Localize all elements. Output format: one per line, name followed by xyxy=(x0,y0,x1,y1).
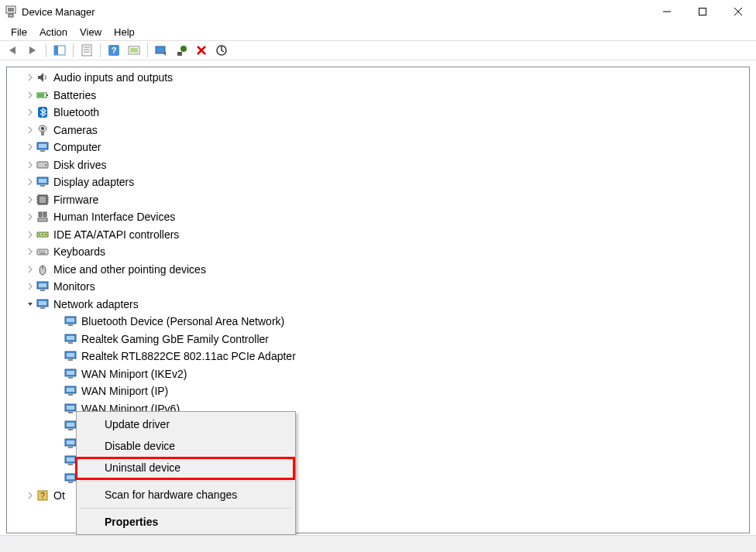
context-properties[interactable]: Properties xyxy=(78,511,294,533)
tree-node[interactable]: Monitors xyxy=(7,278,749,296)
svg-rect-85 xyxy=(67,423,74,427)
context-separator xyxy=(80,481,292,482)
show-hide-console-button[interactable] xyxy=(50,42,69,59)
tree-node[interactable]: Human Interface Devices xyxy=(7,208,749,226)
toolbar-separator xyxy=(147,43,148,57)
context-disable-device[interactable]: Disable device xyxy=(78,435,294,457)
svg-point-34 xyxy=(45,164,46,166)
scan-hardware-button[interactable] xyxy=(125,42,143,59)
properties-button[interactable] xyxy=(77,42,96,59)
menubar: File Action View Help xyxy=(0,23,756,40)
tree-node-label: WAN Miniport (IKEv2) xyxy=(81,368,187,380)
svg-rect-56 xyxy=(43,251,45,252)
tree-node[interactable]: Mice and other pointing devices xyxy=(7,261,749,279)
svg-rect-32 xyxy=(40,150,45,152)
svg-rect-54 xyxy=(39,251,40,252)
tree-child-node[interactable]: WAN Miniport (IKEv2) xyxy=(7,365,749,383)
context-uninstall-device[interactable]: Uninstall device xyxy=(78,457,294,478)
chevron-right-icon[interactable] xyxy=(26,282,35,291)
svg-rect-24 xyxy=(46,94,48,96)
svg-rect-73 xyxy=(67,353,74,357)
tree-node[interactable]: Keyboards xyxy=(7,243,749,261)
tree-node-label: Realtek Gaming GbE Family Controller xyxy=(81,333,269,345)
chevron-right-icon[interactable] xyxy=(26,230,35,239)
svg-rect-47 xyxy=(43,212,46,217)
back-button[interactable] xyxy=(3,42,22,59)
chevron-right-icon[interactable] xyxy=(26,212,35,221)
chevron-right-icon[interactable] xyxy=(26,247,35,256)
chevron-right-icon[interactable] xyxy=(26,108,35,117)
update-driver-button[interactable] xyxy=(152,42,170,59)
svg-rect-95 xyxy=(68,482,73,483)
svg-point-52 xyxy=(45,234,46,235)
svg-rect-17 xyxy=(156,46,165,53)
svg-rect-86 xyxy=(68,429,73,430)
forward-button[interactable] xyxy=(23,42,42,59)
svg-rect-77 xyxy=(68,377,73,379)
svg-rect-46 xyxy=(39,212,42,217)
tree-node[interactable]: Cameras xyxy=(7,122,749,139)
close-button[interactable] xyxy=(720,0,756,23)
tree-node[interactable]: Disk drives xyxy=(7,156,749,174)
network-adapter-icon xyxy=(64,437,77,450)
tree-node[interactable]: Firmware xyxy=(7,191,749,209)
maximize-button[interactable] xyxy=(685,0,720,23)
context-update-driver[interactable]: Update driver xyxy=(78,413,294,435)
svg-rect-9 xyxy=(82,45,91,56)
tree-node[interactable]: Audio inputs and outputs xyxy=(7,69,749,87)
titlebar: Device Manager xyxy=(0,0,756,23)
chevron-right-icon[interactable] xyxy=(26,177,35,187)
chevron-right-icon[interactable] xyxy=(26,125,35,135)
network-adapter-icon xyxy=(64,454,77,467)
chevron-right-icon[interactable] xyxy=(26,73,35,82)
tree-node-label: IDE ATA/ATAPI controllers xyxy=(53,228,179,241)
tree-node[interactable]: Batteries xyxy=(7,87,749,105)
svg-rect-71 xyxy=(68,342,73,344)
network-adapter-icon xyxy=(64,420,77,432)
hid-icon xyxy=(36,211,49,223)
tree-node-label: Mice and other pointing devices xyxy=(53,263,206,276)
uninstall-button[interactable] xyxy=(172,42,191,59)
svg-rect-18 xyxy=(177,52,182,56)
minimize-button[interactable] xyxy=(649,0,685,23)
network-adapter-icon xyxy=(64,385,77,397)
tree-node[interactable]: Bluetooth xyxy=(7,104,749,122)
tree-child-node[interactable]: Realtek Gaming GbE Family Controller xyxy=(7,331,749,348)
tree-node[interactable]: Display adapters xyxy=(7,173,749,191)
svg-rect-48 xyxy=(38,218,47,221)
tree-node-label: Realtek RTL8822CE 802.11ac PCIe Adapter xyxy=(81,350,296,362)
tree-node[interactable]: Computer xyxy=(7,139,749,156)
tree-node-label: Audio inputs and outputs xyxy=(53,71,173,84)
chevron-right-icon[interactable] xyxy=(26,491,35,500)
menu-help[interactable]: Help xyxy=(108,25,141,39)
disable-button[interactable] xyxy=(192,42,211,59)
chevron-right-icon[interactable] xyxy=(26,160,35,170)
tree-child-node[interactable]: Realtek RTL8822CE 802.11ac PCIe Adapter xyxy=(7,348,749,365)
help-button[interactable]: ? xyxy=(105,42,123,59)
chevron-right-icon[interactable] xyxy=(26,265,35,274)
enable-button[interactable] xyxy=(212,42,231,59)
tree-child-node[interactable]: WAN Miniport (IP) xyxy=(7,382,749,400)
menu-view[interactable]: View xyxy=(74,25,108,39)
battery-icon xyxy=(36,89,49,101)
tree-node[interactable]: Network adapters xyxy=(7,296,749,314)
chevron-down-icon[interactable] xyxy=(26,300,35,309)
context-scan-hardware[interactable]: Scan for hardware changes xyxy=(78,484,294,506)
tree-node-label: Firmware xyxy=(53,194,98,206)
disk-icon xyxy=(36,159,49,171)
svg-rect-55 xyxy=(41,251,43,252)
svg-point-51 xyxy=(42,234,43,235)
svg-point-19 xyxy=(180,46,187,52)
svg-rect-57 xyxy=(40,253,46,255)
tree-child-node[interactable]: Bluetooth Device (Personal Area Network) xyxy=(7,313,749,331)
chevron-right-icon[interactable] xyxy=(26,195,35,204)
toolbar-separator xyxy=(73,43,74,57)
svg-text:?: ? xyxy=(40,492,45,500)
chevron-right-icon[interactable] xyxy=(26,142,35,152)
tree-node[interactable]: IDE ATA/ATAPI controllers xyxy=(7,226,749,244)
svg-rect-64 xyxy=(39,301,46,305)
chevron-right-icon[interactable] xyxy=(26,91,35,100)
menu-action[interactable]: Action xyxy=(33,25,74,39)
svg-rect-76 xyxy=(67,371,74,375)
menu-file[interactable]: File xyxy=(5,25,33,39)
